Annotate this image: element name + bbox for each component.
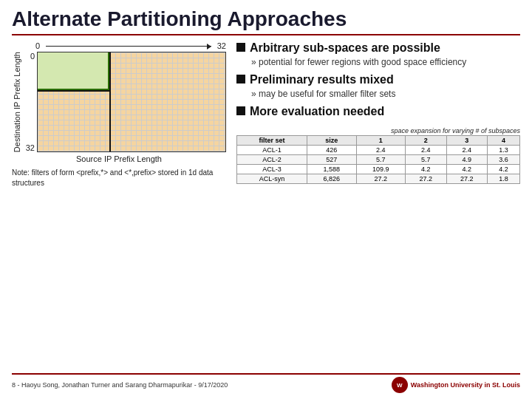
- row3-col5: 1.8: [487, 174, 519, 183]
- col-3: 3: [446, 135, 487, 145]
- row0-col3: 2.4: [406, 145, 446, 154]
- main-bullet-1-text: Arbitrary sub-spaces are possible: [250, 41, 440, 55]
- table-container: space expansion for varying # of subspac…: [236, 127, 520, 184]
- col-size: size: [307, 135, 356, 145]
- data-table: filter set size 1 2 3 4 ACL-1 426 2.4: [236, 135, 520, 184]
- y-axis-zero: 0: [30, 52, 35, 61]
- inner-partition-rect: [38, 52, 109, 90]
- row1-col1: 527: [307, 154, 356, 164]
- y-axis-end: 32: [26, 143, 35, 152]
- row1-col3: 5.7: [406, 154, 446, 164]
- col-1: 1: [356, 135, 406, 145]
- footer: 8 - Haoyu Song, Jonathan Turner and Sara…: [12, 373, 520, 393]
- grid-container: [37, 52, 226, 152]
- table-body: ACL-1 426 2.4 2.4 2.4 1.3 ACL-2 527 5.7 …: [237, 145, 520, 183]
- table-row: ACL-2 527 5.7 5.7 4.9 3.6: [237, 154, 520, 164]
- right-panel: Arbitrary sub-spaces are possible potent…: [233, 41, 520, 370]
- col-4: 4: [487, 135, 519, 145]
- content-row: 0 32 Destination IP Prefix Length 0 32: [12, 41, 520, 370]
- table-header: filter set size 1 2 3 4: [237, 135, 520, 145]
- partition-line-vertical: [109, 52, 111, 151]
- slide-title: Alternate Partitioning Approaches: [12, 7, 520, 35]
- table-row: ACL-syn 6,826 27.2 27.2 27.2 1.8: [237, 174, 520, 183]
- row2-col3: 4.2: [406, 164, 446, 174]
- partition-line-horizontal: [38, 90, 109, 92]
- row2-col5: 4.2: [487, 164, 519, 174]
- y-axis-label: Destination IP Prefix Length: [12, 52, 22, 152]
- diagram-area: 0 32 Destination IP Prefix Length 0 32: [12, 41, 226, 370]
- y-axis-numbers: 0 32: [24, 52, 37, 152]
- bullet-section-2: Preliminary results mixed may be useful …: [236, 73, 520, 100]
- bullet-section-3: More evaluation needed: [236, 105, 520, 120]
- wustl-icon: W: [392, 377, 408, 393]
- row2-col2: 109.9: [356, 164, 406, 174]
- row3-col2: 27.2: [356, 174, 406, 183]
- footer-authors: - Haoyu Song, Jonathan Turner and Sarang…: [18, 381, 228, 389]
- row0-col0: ACL-1: [237, 145, 307, 154]
- bullet-section-1: Arbitrary sub-spaces are possible potent…: [236, 41, 520, 69]
- row2-col4: 4.2: [446, 164, 487, 174]
- bullet-square-2: [236, 75, 245, 83]
- row2-col1: 1,588: [307, 164, 356, 174]
- main-bullet-1: Arbitrary sub-spaces are possible: [236, 41, 520, 55]
- row1-col4: 4.9: [446, 154, 487, 164]
- row1-col0: ACL-2: [237, 154, 307, 164]
- x-axis-end: 32: [217, 41, 226, 50]
- source-label: Source IP Prefix Length: [12, 154, 226, 163]
- slide-number: 8: [12, 381, 16, 389]
- sub-bullet-2: may be useful for smaller filter sets: [251, 88, 520, 100]
- note-text: Note: filters of form <prefix,*> and <*,…: [12, 168, 226, 188]
- row1-col2: 5.7: [356, 154, 406, 164]
- diagram-body: Destination IP Prefix Length 0 32: [12, 52, 226, 152]
- col-2: 2: [406, 135, 446, 145]
- row0-col1: 426: [307, 145, 356, 154]
- x-axis-top: 0 32: [35, 41, 226, 50]
- row3-col1: 6,826: [307, 174, 356, 183]
- footer-logo: W Washington University in St. Louis: [392, 377, 520, 393]
- institution-name: Washington University in St. Louis: [411, 381, 520, 389]
- row0-col4: 2.4: [446, 145, 487, 154]
- table-title: space expansion for varying # of subspac…: [236, 127, 520, 134]
- row3-col0: ACL-syn: [237, 174, 307, 183]
- footer-text: 8 - Haoyu Song, Jonathan Turner and Sara…: [12, 381, 228, 389]
- sub-bullet-1: potential for fewer regions with good sp…: [251, 56, 520, 69]
- x-axis-line: [46, 46, 211, 47]
- row1-col5: 3.6: [487, 154, 519, 164]
- slide-container: Alternate Partitioning Approaches 0 32 D…: [0, 0, 532, 399]
- row3-col3: 27.2: [406, 174, 446, 183]
- row0-col5: 1.3: [487, 145, 519, 154]
- table-row: ACL-3 1,588 109.9 4.2 4.2 4.2: [237, 164, 520, 174]
- row0-col2: 2.4: [356, 145, 406, 154]
- main-bullet-2: Preliminary results mixed: [236, 73, 520, 86]
- row3-col4: 27.2: [446, 174, 487, 183]
- row2-col0: ACL-3: [237, 164, 307, 174]
- col-filter-set: filter set: [237, 135, 307, 145]
- x-axis-zero: 0: [35, 41, 40, 50]
- main-bullet-3-text: More evaluation needed: [250, 105, 384, 118]
- bullet-square-3: [236, 106, 245, 115]
- main-bullet-3: More evaluation needed: [236, 105, 520, 118]
- left-panel: 0 32 Destination IP Prefix Length 0 32: [12, 41, 226, 370]
- main-bullet-2-text: Preliminary results mixed: [250, 73, 394, 86]
- bullet-square-1: [236, 43, 245, 52]
- table-header-row: filter set size 1 2 3 4: [237, 135, 520, 145]
- table-row: ACL-1 426 2.4 2.4 2.4 1.3: [237, 145, 520, 154]
